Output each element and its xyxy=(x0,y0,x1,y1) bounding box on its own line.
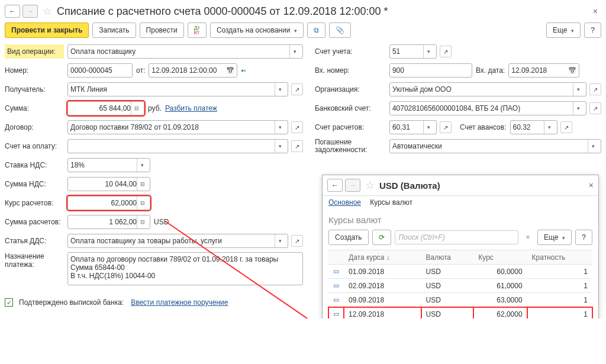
nav-back-button[interactable]: ← xyxy=(5,5,20,18)
page-title: Списание с расчетного счета 0000-000045 … xyxy=(57,5,587,18)
calc-account-label: Счет расчетов: xyxy=(315,123,386,131)
calendar-icon[interactable] xyxy=(568,66,576,75)
account-label: Счет учета: xyxy=(315,47,386,56)
col-currency[interactable]: Валюта xyxy=(421,250,474,265)
rates-table: Дата курса Валюта Курс Кратность ▭01.09.… xyxy=(328,250,592,318)
number-input[interactable]: 0000-000045 xyxy=(67,63,133,78)
table-row[interactable]: ▭09.09.2018USD63,00001 xyxy=(328,293,592,307)
calendar-icon[interactable] xyxy=(226,66,234,75)
organization-select[interactable]: Уютный дом ООО ▾ xyxy=(389,82,586,96)
enter-order-link[interactable]: Ввести платежное поручение xyxy=(131,298,228,307)
advance-account-select[interactable]: 60.32 ▾ xyxy=(510,120,557,134)
from-label: от: xyxy=(136,66,145,75)
invoice-select[interactable]: ▾ xyxy=(67,139,288,153)
popup-refresh-button[interactable]: ⟳ xyxy=(372,230,391,245)
open-calc-account-button[interactable] xyxy=(440,121,452,133)
popup-subtitle: Курсы валют xyxy=(328,215,592,225)
open-contract-button[interactable] xyxy=(291,121,303,133)
popup-star-icon[interactable]: ☆ xyxy=(365,179,375,192)
row-icon: ▭ xyxy=(328,279,344,293)
dds-select[interactable]: Оплата поставщику за товары работы, услу… xyxy=(67,234,288,248)
ext-date-input[interactable]: 12.09.2018 xyxy=(508,63,579,78)
posted-icon: ▪▫ xyxy=(241,66,246,75)
table-row[interactable]: ▭02.09.2018USD61,00001 xyxy=(328,279,592,293)
popup-help-button[interactable]: ? xyxy=(575,230,592,245)
purpose-textarea[interactable]: Оплата по договору поставки 789/02 от 01… xyxy=(67,252,303,285)
row-icon: ▭ xyxy=(328,265,344,279)
popup-nav-forward-button[interactable]: → xyxy=(345,179,360,192)
open-account-button[interactable] xyxy=(440,46,452,57)
confirmed-checkbox[interactable]: ✓ xyxy=(5,298,13,307)
post-button[interactable]: Провести xyxy=(140,22,184,38)
favorite-star-icon[interactable]: ☆ xyxy=(43,5,52,18)
save-button[interactable]: Записать xyxy=(92,22,136,38)
debt-select[interactable]: Автоматически ▾ xyxy=(389,139,601,153)
calc-currency-label: USD xyxy=(154,218,169,226)
open-dds-button[interactable] xyxy=(291,235,303,247)
recipient-select[interactable]: МТК Линия ▾ xyxy=(67,82,288,96)
col-mult[interactable]: Кратность xyxy=(527,250,592,265)
attach-button[interactable]: 📎 xyxy=(329,22,351,38)
currency-label: руб. xyxy=(148,104,162,112)
tab-rates[interactable]: Курсы валют xyxy=(370,198,412,207)
amount-label: Сумма: xyxy=(5,104,64,112)
more-button[interactable]: Еще xyxy=(546,22,581,38)
table-row[interactable]: ▭01.09.2018USD60,00001 xyxy=(328,265,592,279)
organization-label: Организация: xyxy=(315,85,386,94)
post-and-close-button[interactable]: Провести и закрыть xyxy=(5,22,89,38)
rate-label: Курс расчетов: xyxy=(5,199,64,207)
row-icon: ▭ xyxy=(328,293,344,307)
contract-select[interactable]: Договор поставки 789/02 от 01.09.2018 ▾ xyxy=(67,120,288,134)
ext-number-label: Вх. номер: xyxy=(315,66,386,75)
ext-number-input[interactable]: 900 xyxy=(389,63,472,78)
structure-button[interactable]: ⧉ xyxy=(307,22,325,38)
bank-account-select[interactable]: 40702810656000001084, ВТБ 24 (ПАО) ▾ xyxy=(389,101,586,115)
calc-amount-label: Сумма расчетов: xyxy=(5,218,64,226)
debt-label: Погашение задолженности: xyxy=(315,138,386,154)
split-payment-link[interactable]: Разбить платеж xyxy=(165,104,217,112)
popup-search-clear-icon[interactable]: × xyxy=(522,233,534,241)
open-recipient-button[interactable] xyxy=(291,83,303,95)
nav-forward-button[interactable]: → xyxy=(22,5,38,18)
popup-nav-back-button[interactable]: ← xyxy=(327,179,343,192)
dtkt-button[interactable]: ДтКт xyxy=(188,22,207,38)
calc-amount-input[interactable]: 1 062,00 ⊟ xyxy=(67,215,150,229)
open-bank-account-button[interactable] xyxy=(589,102,601,114)
operation-type-select[interactable]: Оплата поставщику ▾ xyxy=(67,44,303,59)
vat-rate-select[interactable]: 18% ▾ xyxy=(67,158,150,172)
currency-popup: ← → ☆ USD (Валюта) × Основное Курсы валю… xyxy=(322,175,599,318)
date-input[interactable]: 12.09.2018 12:00:00 xyxy=(149,63,237,78)
amount-input[interactable]: 65 844,00 ⊟ xyxy=(67,101,144,115)
popup-title: USD (Валюта) xyxy=(379,181,440,191)
popup-close-icon[interactable]: × xyxy=(589,181,594,190)
invoice-label: Счет на оплату: xyxy=(5,142,64,150)
open-advance-account-button[interactable] xyxy=(560,121,572,133)
vat-amount-label: Сумма НДС: xyxy=(5,180,64,188)
ext-date-label: Вх. дата: xyxy=(476,66,505,75)
row-icon: ▭ xyxy=(328,307,344,319)
advance-account-label: Счет авансов: xyxy=(460,123,507,131)
create-based-on-button[interactable]: Создать на основании xyxy=(210,22,304,38)
close-icon[interactable]: × xyxy=(589,7,601,16)
table-row[interactable]: ▭12.09.2018USD62,00001 xyxy=(328,307,592,319)
popup-more-button[interactable]: Еще xyxy=(537,230,572,245)
purpose-label: Назначение платежа: xyxy=(5,252,64,269)
popup-search-input[interactable]: Поиск (Ctrl+F) xyxy=(395,230,518,244)
bank-account-label: Банковский счет: xyxy=(315,104,386,112)
calc-account-select[interactable]: 60.31 ▾ xyxy=(389,120,437,134)
operation-type-label: Вид операции: xyxy=(5,44,64,59)
help-button[interactable]: ? xyxy=(584,22,601,38)
tab-main[interactable]: Основное xyxy=(328,198,361,207)
rate-input[interactable]: 62,0000 ⊟ xyxy=(67,196,150,210)
col-date[interactable]: Дата курса xyxy=(344,250,421,265)
popup-create-button[interactable]: Создать xyxy=(328,230,369,245)
open-organization-button[interactable] xyxy=(589,83,601,95)
number-label: Номер: xyxy=(5,66,64,75)
open-invoice-button[interactable] xyxy=(291,140,303,152)
account-select[interactable]: 51 ▾ xyxy=(389,44,437,59)
vat-amount-input[interactable]: 10 044,00 ⊟ xyxy=(67,177,150,191)
recipient-label: Получатель: xyxy=(5,85,64,94)
confirmed-label: Подтверждено выпиской банка: xyxy=(19,298,124,307)
contract-label: Договор: xyxy=(5,123,64,131)
col-rate[interactable]: Курс xyxy=(473,250,527,265)
